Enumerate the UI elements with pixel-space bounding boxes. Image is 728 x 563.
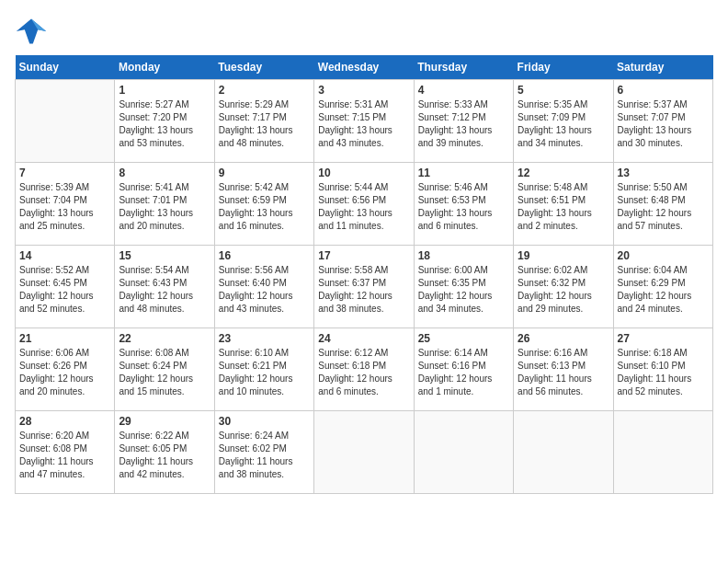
- calendar-day-cell: 18Sunrise: 6:00 AM Sunset: 6:35 PM Dayli…: [414, 246, 513, 328]
- calendar-day-cell: 14Sunrise: 5:52 AM Sunset: 6:45 PM Dayli…: [16, 246, 115, 328]
- day-number: 28: [19, 415, 110, 428]
- logo-icon: [15, 15, 48, 48]
- calendar-day-cell: 23Sunrise: 6:10 AM Sunset: 6:21 PM Dayli…: [214, 328, 313, 411]
- calendar-day-cell: 27Sunrise: 6:18 AM Sunset: 6:10 PM Dayli…: [613, 328, 712, 411]
- calendar-day-cell: 8Sunrise: 5:41 AM Sunset: 7:01 PM Daylig…: [115, 163, 214, 246]
- day-info: Sunrise: 5:54 AM Sunset: 6:43 PM Dayligh…: [119, 264, 210, 316]
- day-info: Sunrise: 6:18 AM Sunset: 6:10 PM Dayligh…: [618, 347, 709, 398]
- day-info: Sunrise: 5:58 AM Sunset: 6:37 PM Dayligh…: [318, 264, 409, 316]
- calendar-day-cell: 17Sunrise: 5:58 AM Sunset: 6:37 PM Dayli…: [314, 246, 414, 328]
- svg-marker-0: [17, 19, 46, 44]
- calendar-day-cell: 11Sunrise: 5:46 AM Sunset: 6:53 PM Dayli…: [414, 163, 513, 246]
- weekday-header-cell: Tuesday: [214, 55, 313, 80]
- calendar-day-cell: 24Sunrise: 6:12 AM Sunset: 6:18 PM Dayli…: [314, 328, 414, 411]
- day-info: Sunrise: 5:37 AM Sunset: 7:07 PM Dayligh…: [618, 98, 709, 150]
- calendar-day-cell: 22Sunrise: 6:08 AM Sunset: 6:24 PM Dayli…: [115, 328, 214, 411]
- calendar-day-cell: 12Sunrise: 5:48 AM Sunset: 6:51 PM Dayli…: [514, 163, 613, 246]
- calendar-day-cell: [613, 411, 712, 494]
- day-info: Sunrise: 6:06 AM Sunset: 6:26 PM Dayligh…: [19, 347, 110, 398]
- weekday-header-cell: Monday: [115, 55, 214, 80]
- calendar-day-cell: [414, 411, 513, 494]
- day-info: Sunrise: 5:56 AM Sunset: 6:40 PM Dayligh…: [219, 264, 310, 316]
- day-number: 4: [418, 84, 509, 97]
- calendar-day-cell: [16, 80, 115, 163]
- day-number: 15: [119, 249, 210, 262]
- day-info: Sunrise: 5:33 AM Sunset: 7:12 PM Dayligh…: [418, 98, 509, 150]
- day-number: 5: [518, 84, 609, 97]
- day-info: Sunrise: 6:02 AM Sunset: 6:32 PM Dayligh…: [518, 264, 609, 316]
- day-info: Sunrise: 5:41 AM Sunset: 7:01 PM Dayligh…: [119, 181, 210, 233]
- day-number: 18: [418, 249, 509, 262]
- day-info: Sunrise: 5:29 AM Sunset: 7:17 PM Dayligh…: [219, 98, 310, 150]
- calendar-day-cell: 30Sunrise: 6:24 AM Sunset: 6:02 PM Dayli…: [214, 411, 313, 494]
- calendar-body: 1Sunrise: 5:27 AM Sunset: 7:20 PM Daylig…: [16, 80, 713, 494]
- day-number: 10: [318, 167, 409, 179]
- calendar-day-cell: 5Sunrise: 5:35 AM Sunset: 7:09 PM Daylig…: [514, 80, 613, 163]
- day-info: Sunrise: 6:20 AM Sunset: 6:08 PM Dayligh…: [19, 430, 110, 481]
- day-number: 30: [219, 415, 310, 428]
- calendar-day-cell: [514, 411, 613, 494]
- calendar-day-cell: 7Sunrise: 5:39 AM Sunset: 7:04 PM Daylig…: [16, 163, 115, 246]
- calendar-table: SundayMondayTuesdayWednesdayThursdayFrid…: [15, 55, 713, 494]
- calendar-day-cell: 28Sunrise: 6:20 AM Sunset: 6:08 PM Dayli…: [16, 411, 115, 494]
- day-info: Sunrise: 5:52 AM Sunset: 6:45 PM Dayligh…: [19, 264, 110, 316]
- calendar-day-cell: 25Sunrise: 6:14 AM Sunset: 6:16 PM Dayli…: [414, 328, 513, 411]
- weekday-header-cell: Wednesday: [314, 55, 414, 80]
- calendar-week-row: 1Sunrise: 5:27 AM Sunset: 7:20 PM Daylig…: [16, 80, 713, 163]
- day-number: 9: [219, 167, 310, 179]
- day-info: Sunrise: 5:35 AM Sunset: 7:09 PM Dayligh…: [518, 98, 609, 150]
- calendar-day-cell: 19Sunrise: 6:02 AM Sunset: 6:32 PM Dayli…: [514, 246, 613, 328]
- calendar-day-cell: 13Sunrise: 5:50 AM Sunset: 6:48 PM Dayli…: [613, 163, 712, 246]
- weekday-header-cell: Thursday: [414, 55, 513, 80]
- day-number: 25: [418, 332, 509, 345]
- day-number: 16: [219, 249, 310, 262]
- calendar-day-cell: 10Sunrise: 5:44 AM Sunset: 6:56 PM Dayli…: [314, 163, 414, 246]
- day-info: Sunrise: 6:14 AM Sunset: 6:16 PM Dayligh…: [418, 347, 509, 398]
- calendar-week-row: 14Sunrise: 5:52 AM Sunset: 6:45 PM Dayli…: [16, 246, 713, 328]
- day-number: 2: [219, 84, 310, 97]
- day-info: Sunrise: 5:48 AM Sunset: 6:51 PM Dayligh…: [518, 181, 609, 233]
- day-info: Sunrise: 5:50 AM Sunset: 6:48 PM Dayligh…: [618, 181, 709, 233]
- day-number: 11: [418, 167, 509, 179]
- day-number: 29: [119, 415, 210, 428]
- day-number: 23: [219, 332, 310, 345]
- calendar-day-cell: 15Sunrise: 5:54 AM Sunset: 6:43 PM Dayli…: [115, 246, 214, 328]
- calendar-day-cell: [314, 411, 414, 494]
- day-info: Sunrise: 6:16 AM Sunset: 6:13 PM Dayligh…: [518, 347, 609, 398]
- day-number: 13: [618, 167, 709, 179]
- weekday-header-cell: Saturday: [613, 55, 712, 80]
- day-info: Sunrise: 6:24 AM Sunset: 6:02 PM Dayligh…: [219, 430, 310, 481]
- day-info: Sunrise: 5:44 AM Sunset: 6:56 PM Dayligh…: [318, 181, 409, 233]
- calendar-day-cell: 21Sunrise: 6:06 AM Sunset: 6:26 PM Dayli…: [16, 328, 115, 411]
- day-info: Sunrise: 5:42 AM Sunset: 6:59 PM Dayligh…: [219, 181, 310, 233]
- day-number: 26: [518, 332, 609, 345]
- calendar-day-cell: 3Sunrise: 5:31 AM Sunset: 7:15 PM Daylig…: [314, 80, 414, 163]
- weekday-header-cell: Friday: [514, 55, 613, 80]
- day-info: Sunrise: 6:10 AM Sunset: 6:21 PM Dayligh…: [219, 347, 310, 398]
- day-number: 6: [618, 84, 709, 97]
- weekday-header-row: SundayMondayTuesdayWednesdayThursdayFrid…: [16, 55, 713, 80]
- day-number: 22: [119, 332, 210, 345]
- calendar-day-cell: 2Sunrise: 5:29 AM Sunset: 7:17 PM Daylig…: [214, 80, 313, 163]
- day-number: 3: [318, 84, 409, 97]
- calendar-day-cell: 9Sunrise: 5:42 AM Sunset: 6:59 PM Daylig…: [214, 163, 313, 246]
- calendar-day-cell: 4Sunrise: 5:33 AM Sunset: 7:12 PM Daylig…: [414, 80, 513, 163]
- day-number: 8: [119, 167, 210, 179]
- day-info: Sunrise: 6:12 AM Sunset: 6:18 PM Dayligh…: [318, 347, 409, 398]
- day-info: Sunrise: 6:08 AM Sunset: 6:24 PM Dayligh…: [119, 347, 210, 398]
- day-number: 19: [518, 249, 609, 262]
- day-info: Sunrise: 6:04 AM Sunset: 6:29 PM Dayligh…: [618, 264, 709, 316]
- day-number: 24: [318, 332, 409, 345]
- calendar-day-cell: 20Sunrise: 6:04 AM Sunset: 6:29 PM Dayli…: [613, 246, 712, 328]
- day-number: 20: [618, 249, 709, 262]
- weekday-header-cell: Sunday: [16, 55, 115, 80]
- calendar-day-cell: 6Sunrise: 5:37 AM Sunset: 7:07 PM Daylig…: [613, 80, 712, 163]
- calendar-day-cell: 26Sunrise: 6:16 AM Sunset: 6:13 PM Dayli…: [514, 328, 613, 411]
- day-number: 7: [19, 167, 110, 179]
- calendar-day-cell: 1Sunrise: 5:27 AM Sunset: 7:20 PM Daylig…: [115, 80, 214, 163]
- calendar-week-row: 7Sunrise: 5:39 AM Sunset: 7:04 PM Daylig…: [16, 163, 713, 246]
- day-info: Sunrise: 5:46 AM Sunset: 6:53 PM Dayligh…: [418, 181, 509, 233]
- day-number: 17: [318, 249, 409, 262]
- calendar-week-row: 21Sunrise: 6:06 AM Sunset: 6:26 PM Dayli…: [16, 328, 713, 411]
- day-number: 14: [19, 249, 110, 262]
